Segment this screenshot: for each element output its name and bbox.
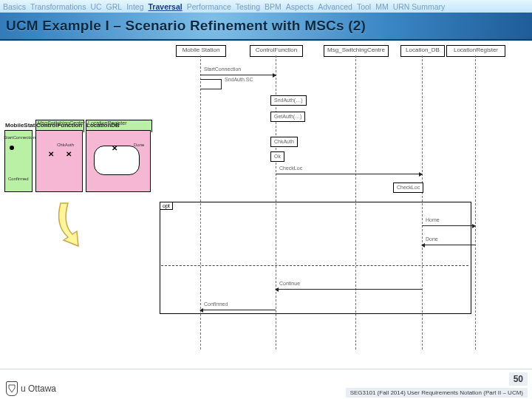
fragment-checkloc: CheckLoc	[393, 183, 423, 193]
nav-tab-aspects[interactable]: Aspects	[286, 2, 313, 11]
nav-tab-mm[interactable]: MM	[375, 2, 389, 11]
comp-label: LocationDB	[86, 122, 120, 129]
lifeline-msg-switchingcentre: Msg_SwitchingCentre	[324, 45, 389, 57]
opt-fragment-tag: opt	[160, 202, 173, 210]
nav-tab-testing[interactable]: Testing	[236, 2, 260, 11]
nav-tab-performance[interactable]: Performance	[187, 2, 231, 11]
lifeline-line	[475, 55, 476, 349]
message-confirmed: Confirmed	[200, 304, 276, 311]
msg-label: Continue	[279, 281, 301, 286]
msg-label: Confirmed	[203, 301, 228, 307]
message-continue: Continue	[276, 283, 422, 290]
transform-arrow-icon	[53, 200, 98, 252]
self-message-sndauth.sc: SndAuth.SC	[200, 79, 221, 86]
message-checkloc: CheckLoc	[276, 168, 422, 175]
fragment-ok: Ok	[270, 151, 284, 162]
msg-label: Done	[425, 236, 439, 242]
msc-diagram: Mobile StationControlFunctionMsg_Switchi…	[160, 44, 470, 364]
message-home: Home	[422, 219, 475, 227]
nav-tab-uc[interactable]: UC	[90, 2, 101, 11]
nav-tab-grl[interactable]: GRL	[106, 2, 123, 11]
nav-tabs: BasicsTransformationsUCGRLIntegTraversal…	[0, 0, 532, 13]
shield-icon	[6, 381, 18, 396]
comp-mobile-station: MobileStation StartConnection Confirmed	[4, 130, 33, 192]
ucm-node-label: Done	[134, 143, 144, 147]
title-banner: UCM Example I – Scenario Refinement with…	[0, 13, 532, 41]
nav-tab-basics[interactable]: Basics	[3, 2, 26, 11]
page-title: UCM Example I – Scenario Refinement with…	[6, 18, 366, 34]
fragment-getauth-: GetAuth(…)	[270, 112, 305, 122]
nav-tab-traversal[interactable]: Traversal	[149, 2, 183, 11]
ucm-start-node	[10, 146, 14, 150]
lifeline-mobile-station: Mobile Station	[176, 45, 226, 57]
nav-tab-tool[interactable]: Tool	[357, 2, 371, 11]
stub-icon: ✕	[112, 146, 117, 151]
stub-icon: ✕	[66, 151, 72, 157]
msg-label: CheckLoc	[279, 166, 303, 171]
university-logo: u Ottawa	[6, 381, 56, 396]
content-area: MobileStation StartConnection Confirmed …	[0, 41, 532, 381]
nav-tab-bpm[interactable]: BPM	[265, 2, 282, 11]
comp-location-db: LocationDB ✕ Done	[86, 130, 151, 192]
comp-label: ControlFunction	[36, 122, 82, 129]
nav-tab-transformations[interactable]: Transformations	[30, 2, 86, 11]
lifeline-locationregister: LocationRegister	[446, 45, 505, 57]
ucm-node-label: ChkAuth	[57, 143, 74, 147]
comp-control-function: ControlFunction ✕ ✕ ChkAuth	[35, 130, 83, 192]
fragment-sndauth-: SndAuth(…)	[270, 95, 307, 106]
nav-tab-integ[interactable]: Integ	[126, 2, 143, 11]
message-startconnection: StartConnection	[200, 69, 276, 76]
course-footer: SEG3101 (Fall 2014) User Requirements No…	[346, 388, 528, 398]
msg-label: Home	[425, 217, 440, 222]
opt-divider	[161, 265, 468, 266]
msg-label: StartConnection	[203, 66, 242, 72]
fragment-chkauth: ChkAuth	[270, 137, 298, 147]
nav-tab-urn-summary[interactable]: URN Summary	[393, 2, 446, 11]
page-number: 50	[509, 372, 528, 386]
ucm-node-label: Confirmed	[8, 177, 29, 181]
lifeline-location-db: Location_DB	[400, 45, 445, 57]
footer: u Ottawa 50 SEG3101 (Fall 2014) User Req…	[0, 369, 532, 399]
nav-tab-advanced[interactable]: Advanced	[318, 2, 352, 11]
message-done: Done	[422, 239, 475, 246]
lifeline-controlfunction: ControlFunction	[250, 45, 303, 57]
ucm-node-label: StartConnection	[4, 135, 35, 140]
stub-icon: ✕	[48, 151, 54, 157]
logo-text: u Ottawa	[21, 383, 56, 394]
